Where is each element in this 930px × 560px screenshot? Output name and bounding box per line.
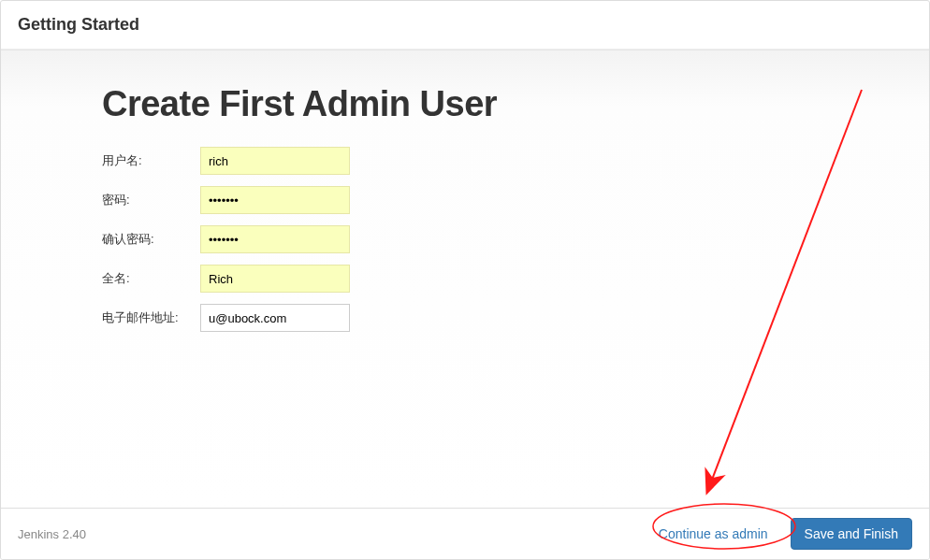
header-title: Getting Started <box>18 15 139 35</box>
page-title: Create First Admin User <box>102 84 912 124</box>
header: Getting Started <box>1 1 929 50</box>
form-row-confirm-password: 确认密码: <box>102 220 912 259</box>
password-label: 密码: <box>102 192 200 208</box>
fullname-label: 全名: <box>102 270 200 287</box>
admin-user-form: 用户名: 密码: 确认密码: 全名: 电子邮件地址: <box>102 141 912 337</box>
password-input[interactable] <box>200 186 350 214</box>
form-row-username: 用户名: <box>102 141 912 180</box>
continue-as-admin-link[interactable]: Continue as admin <box>646 518 781 550</box>
form-row-email: 电子邮件地址: <box>102 298 912 337</box>
confirm-password-label: 确认密码: <box>102 231 200 248</box>
email-input[interactable] <box>200 304 350 332</box>
setup-wizard-window: Getting Started Create First Admin User … <box>0 0 930 560</box>
fullname-input[interactable] <box>200 265 350 293</box>
confirm-password-input[interactable] <box>200 225 350 253</box>
version-label: Jenkins 2.40 <box>18 527 86 541</box>
username-label: 用户名: <box>102 152 200 169</box>
save-and-finish-button[interactable]: Save and Finish <box>791 518 912 550</box>
email-label: 电子邮件地址: <box>102 309 200 326</box>
content-area: Create First Admin User 用户名: 密码: 确认密码: 全… <box>1 50 929 508</box>
username-input[interactable] <box>200 147 350 175</box>
form-row-fullname: 全名: <box>102 259 912 298</box>
footer: Jenkins 2.40 Continue as admin Save and … <box>1 508 929 559</box>
form-row-password: 密码: <box>102 180 912 220</box>
